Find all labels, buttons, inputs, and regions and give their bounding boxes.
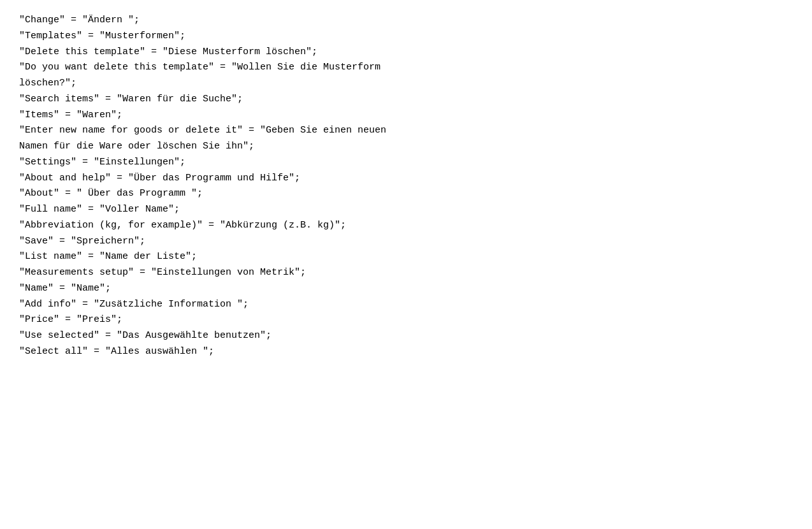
code-line: "Select all" = "Alles auswählen ";: [19, 344, 793, 360]
code-line: "Settings" = "Einstellungen";: [19, 155, 793, 171]
code-line: "Delete this template" = "Diese Musterfo…: [19, 45, 793, 61]
code-line: "Add info" = "Zusätzliche Information ";: [19, 297, 793, 313]
code-line: "Name" = "Name";: [19, 281, 793, 297]
code-line: "Save" = "Spreichern";: [19, 234, 793, 250]
code-line: "About" = " Über das Programm ";: [19, 186, 793, 202]
code-line: "List name" = "Name der Liste";: [19, 249, 793, 265]
code-line: "Full name" = "Voller Name";: [19, 202, 793, 218]
code-line: "Search items" = "Waren für die Suche";: [19, 92, 793, 108]
code-view: "Change" = "Ändern ";"Templates" = "Must…: [0, 0, 812, 529]
code-line: "Price" = "Preis";: [19, 312, 793, 328]
code-line: "Templates" = "Musterformen";: [19, 29, 793, 45]
code-line: "About and help" = "Über das Programm un…: [19, 171, 793, 187]
code-line: "Items" = "Waren";: [19, 108, 793, 124]
code-line: löschen?";: [19, 76, 793, 92]
code-line: "Enter new name for goods or delete it" …: [19, 123, 793, 139]
code-line: "Change" = "Ändern ";: [19, 13, 793, 29]
code-line: "Do you want delete this template" = "Wo…: [19, 60, 793, 76]
code-line: Namen für die Ware oder löschen Sie ihn"…: [19, 139, 793, 155]
code-line: "Measurements setup" = "Einstellungen vo…: [19, 265, 793, 281]
code-line: "Use selected" = "Das Ausgewählte benutz…: [19, 328, 793, 344]
code-line: "Abbreviation (kg, for example)" = "Abkü…: [19, 218, 793, 234]
